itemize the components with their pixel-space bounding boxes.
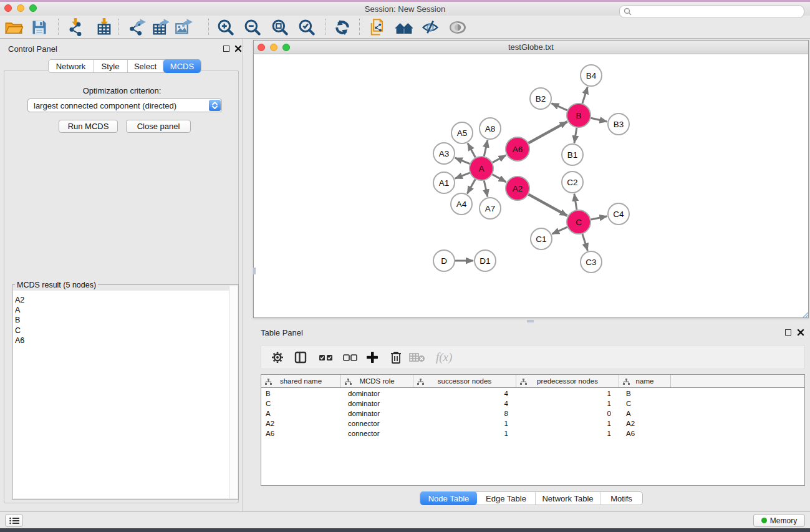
cell-name[interactable]: C — [619, 400, 671, 407]
save-icon[interactable] — [29, 17, 49, 37]
export-image-icon[interactable] — [174, 17, 194, 37]
search-box[interactable] — [619, 5, 804, 18]
cell-name[interactable]: A6 — [619, 430, 671, 437]
run-mcds-button[interactable]: Run MCDS — [59, 120, 118, 133]
cell-shared-name[interactable]: C — [261, 400, 341, 407]
close-panel-button[interactable]: Close panel — [126, 120, 191, 133]
add-column-icon[interactable] — [366, 348, 378, 367]
cell-name[interactable]: B — [619, 390, 671, 397]
tab-edge-table[interactable]: Edge Table — [477, 492, 536, 505]
cell-MCDS-role[interactable]: dominator — [341, 410, 413, 417]
criterion-dropdown[interactable]: largest connected component (directed) — [27, 99, 222, 112]
graph-node-B1[interactable]: B1 — [562, 144, 583, 165]
zoom-in-icon[interactable] — [215, 17, 235, 37]
graph-node-A[interactable]: A — [470, 157, 493, 180]
graph-node-D[interactable]: D — [433, 250, 455, 271]
graph-edge-B-B2[interactable] — [551, 104, 567, 110]
tab-mcds[interactable]: MCDS — [163, 59, 201, 73]
cell-predecessor-nodes[interactable]: 1 — [516, 420, 619, 427]
graph-edge-A-A1[interactable] — [455, 173, 470, 178]
zoom-out-icon[interactable] — [242, 17, 262, 37]
result-item[interactable]: A2 — [15, 295, 229, 305]
result-item[interactable]: A6 — [15, 336, 229, 346]
resize-grip-icon[interactable] — [802, 311, 808, 317]
graph-node-B[interactable]: B — [567, 104, 591, 127]
graph-edge-C-C2[interactable] — [574, 194, 577, 210]
graph-node-A7[interactable]: A7 — [480, 198, 501, 219]
cell-successor-nodes[interactable]: 1 — [413, 420, 516, 427]
tab-style[interactable]: Style — [94, 60, 128, 72]
cell-predecessor-nodes[interactable]: 1 — [516, 400, 619, 407]
table-float-panel-icon[interactable] — [785, 329, 791, 336]
cell-predecessor-nodes[interactable]: 0 — [516, 410, 619, 417]
cell-MCDS-role[interactable]: connector — [341, 430, 413, 437]
cell-MCDS-role[interactable]: dominator — [341, 390, 413, 397]
graph-node-B3[interactable]: B3 — [608, 114, 629, 135]
column-chooser-icon[interactable] — [294, 348, 307, 367]
cell-shared-name[interactable]: B — [261, 390, 341, 397]
graph-edge-B-B1[interactable] — [574, 128, 577, 143]
zoom-selected-icon[interactable] — [296, 17, 316, 37]
hide-eye-icon[interactable] — [420, 17, 440, 37]
cell-name[interactable]: A2 — [619, 420, 671, 427]
splitter-handle-vertical[interactable] — [253, 268, 256, 274]
graph-node-A6[interactable]: A6 — [506, 137, 529, 161]
graph-edge-A-A3[interactable] — [455, 158, 470, 164]
cell-successor-nodes[interactable]: 4 — [413, 400, 516, 407]
graph-node-B2[interactable]: B2 — [530, 88, 551, 109]
graph-node-A8[interactable]: A8 — [480, 118, 501, 139]
cell-successor-nodes[interactable]: 1 — [413, 430, 516, 437]
result-item[interactable]: B — [15, 315, 229, 325]
graph-node-D1[interactable]: D1 — [475, 250, 496, 271]
cell-shared-name[interactable]: A — [261, 410, 341, 417]
table-close-panel-icon[interactable] — [797, 329, 804, 336]
graph-node-C3[interactable]: C3 — [581, 251, 602, 273]
table-row[interactable]: A6connector11A6 — [261, 428, 804, 438]
import-network-icon[interactable] — [65, 17, 85, 37]
export-network-icon[interactable] — [127, 17, 147, 37]
splitter-handle-horizontal[interactable] — [527, 320, 534, 322]
network-graph-canvas[interactable]: B4B2BB3A5A8A6B1A3AC2A1A2A4A7C4CC1C3DD1 — [254, 54, 808, 317]
column-header-name[interactable]: name — [619, 375, 671, 387]
cell-shared-name[interactable]: A6 — [261, 430, 341, 437]
graph-node-A4[interactable]: A4 — [451, 193, 472, 215]
graph-node-C2[interactable]: C2 — [562, 172, 583, 193]
delete-column-icon[interactable] — [390, 348, 402, 367]
graph-edge-A6-B[interactable] — [529, 122, 567, 143]
column-header-predecessor-nodes[interactable]: predecessor nodes — [516, 375, 619, 387]
graph-node-A1[interactable]: A1 — [433, 172, 455, 193]
graph-node-B4[interactable]: B4 — [581, 65, 602, 86]
graph-node-A3[interactable]: A3 — [433, 143, 455, 164]
graph-node-C[interactable]: C — [567, 210, 591, 234]
graph-edge-B-B4[interactable] — [582, 87, 587, 104]
graph-edge-B-B3[interactable] — [591, 118, 607, 122]
function-builder-icon[interactable]: f(x) — [435, 348, 457, 367]
result-scrollbar[interactable] — [229, 286, 238, 498]
column-header-MCDS-role[interactable]: MCDS role — [341, 375, 413, 387]
graph-node-C4[interactable]: C4 — [608, 203, 629, 225]
graph-edge-C-C4[interactable] — [591, 216, 607, 220]
tab-motifs[interactable]: Motifs — [600, 492, 642, 505]
cell-MCDS-role[interactable]: connector — [341, 420, 413, 427]
select-all-checkboxes-icon[interactable] — [319, 348, 334, 367]
cell-shared-name[interactable]: A2 — [261, 420, 341, 427]
tab-node-table[interactable]: Node Table — [420, 491, 477, 505]
graph-edge-A-A6[interactable] — [493, 155, 506, 163]
table-row[interactable]: Cdominator41C — [261, 399, 804, 409]
zoom-fit-icon[interactable] — [269, 17, 289, 37]
refresh-icon[interactable] — [332, 17, 352, 37]
task-history-button[interactable] — [5, 514, 23, 527]
graph-edge-C-C1[interactable] — [552, 227, 567, 234]
graph-edge-A-A8[interactable] — [484, 140, 488, 157]
graph-edge-C-C3[interactable] — [582, 234, 587, 251]
graph-edge-A-A7[interactable] — [484, 181, 488, 197]
cell-MCDS-role[interactable]: dominator — [341, 400, 413, 407]
result-item[interactable]: A — [15, 305, 229, 315]
cell-name[interactable]: A — [619, 410, 671, 417]
float-panel-icon[interactable] — [223, 46, 229, 52]
graph-edge-A-A5[interactable] — [468, 143, 475, 158]
show-eye-icon[interactable] — [448, 17, 468, 37]
column-header-shared-name[interactable]: shared name — [261, 375, 341, 387]
duplicate-network-icon[interactable] — [367, 17, 387, 37]
table-row[interactable]: A2connector11A2 — [261, 418, 804, 428]
